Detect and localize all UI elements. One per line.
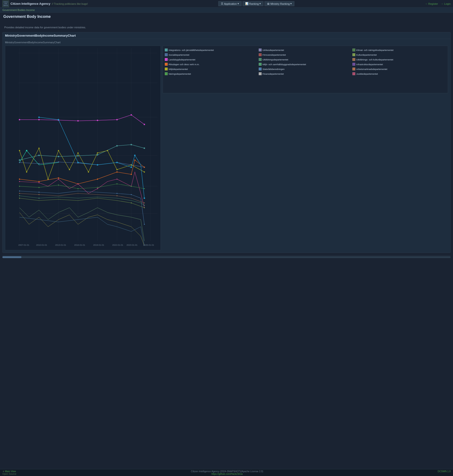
svg-point-46 [88, 171, 89, 173]
svg-point-51 [144, 171, 145, 173]
svg-point-95 [38, 117, 40, 118]
main-view-link[interactable]: Main View [5, 470, 16, 473]
svg-point-98 [97, 164, 98, 166]
svg-text:2013-01-01: 2013-01-01 [55, 244, 66, 246]
svg-rect-0 [5, 46, 161, 250]
legend-label-utbildning: Utbildningsdepartementet [262, 58, 288, 61]
legend-label-miljo-samhalle: Miljö- och samhällsbyggnadsdepartementet [262, 63, 306, 66]
svg-text:2019-01-01: 2019-01-01 [93, 244, 104, 246]
register-link[interactable]: → Register [425, 2, 438, 5]
svg-point-73 [97, 187, 98, 188]
svg-text:2007-01-01: 2007-01-01 [18, 244, 29, 246]
ranking-chevron-icon: ▾ [259, 2, 261, 5]
svg-point-21 [131, 114, 132, 116]
header-nav: ☰ Application ▾ 📊 Ranking ▾ 🏛 Ministry R… [218, 1, 295, 6]
svg-point-28 [116, 145, 118, 147]
footer-center-text: Citizen Intelligence Agency (2024-SNAPSH… [191, 470, 263, 473]
application-label: Application [224, 2, 237, 5]
page-title: Government Body Income [3, 14, 450, 19]
legend-item-miljo: Miljödepartementet [165, 67, 258, 71]
svg-point-18 [77, 120, 79, 121]
header: CitizenIntelAgency Citizen Intelligence … [0, 0, 453, 8]
svg-point-23 [19, 159, 20, 161]
svg-point-99 [116, 162, 118, 163]
svg-point-47 [97, 152, 98, 154]
svg-point-57 [117, 171, 118, 173]
svg-point-43 [58, 150, 59, 151]
svg-point-52 [19, 179, 20, 180]
footer-left: ✦ Main View Open Source [2, 470, 16, 475]
legend-item-klimat: Klimat- och näringslivsdepartementet [352, 48, 446, 52]
legend-color-naring [165, 72, 168, 75]
legend-item-naring: Näringsdepartementet [165, 71, 258, 76]
chart-plot-area[interactable]: 10000000.00 5000000.00 1000000.00 100000… [5, 46, 161, 250]
svg-point-102 [144, 198, 145, 199]
svg-text:2023-01-01: 2023-01-01 [127, 244, 137, 246]
ministry-ranking-chevron-icon: ▾ [290, 2, 292, 5]
svg-point-48 [107, 150, 108, 151]
svg-point-100 [131, 167, 132, 168]
svg-point-90 [131, 202, 132, 203]
footer-right-text: DCSWN 1.0 [438, 470, 451, 473]
application-menu-button[interactable]: ☰ Application ▾ [218, 1, 242, 6]
svg-point-53 [39, 181, 40, 182]
svg-text:2022-01-01: 2022-01-01 [112, 244, 123, 246]
legend-color-riksdagen [165, 63, 168, 66]
legend-color-arbetsmarknad [352, 68, 355, 71]
breadcrumb-text: Government Bodies Income [2, 8, 35, 11]
legend-item-utbildning-kultur: Utbildnings- och kulturdepartementet [352, 57, 446, 62]
legend-color-infrastruktur [352, 63, 355, 66]
login-label: Login [444, 2, 451, 5]
legend-label-kultur: Kulturdepartementet [356, 54, 377, 56]
legend-label-integrations: Integrations- och jämställdhetsdeparteme… [169, 49, 214, 51]
svg-point-45 [78, 152, 79, 154]
svg-text:2016-01-01: 2016-01-01 [74, 244, 85, 246]
legend-label-utrikes: Utrikesdepartementet [262, 49, 284, 51]
scrollbar-thumb[interactable] [2, 256, 21, 258]
legend-item-statsrad: Statsrådsberedningen [259, 67, 352, 71]
svg-point-24 [38, 155, 40, 156]
scrollbar-area[interactable] [2, 255, 451, 259]
legend-color-miljo [165, 68, 168, 71]
svg-point-94 [26, 150, 27, 151]
chart-section-title: MinistryGovernmentBodyIncomeSummaryChart [3, 32, 450, 39]
svg-point-25 [58, 156, 59, 157]
ranking-menu-button[interactable]: 📊 Ranking ▾ [242, 1, 263, 6]
ministry-ranking-menu-button[interactable]: 🏛 Ministry Ranking ▾ [264, 1, 294, 6]
legend-label-arbetsmarknad: Arbetsmarknadsdepartementet [356, 68, 387, 71]
scrollbar-track[interactable] [2, 256, 451, 258]
svg-point-15 [19, 119, 20, 120]
breadcrumb: Government Bodies Income [0, 8, 453, 13]
login-link[interactable]: → Login [441, 2, 451, 5]
ranking-icon: 📊 [245, 2, 248, 5]
legend-item-riksdagen: Riksdagen och dess verk m.m. [165, 62, 258, 66]
legend-color-justitie [352, 72, 355, 75]
svg-point-40 [26, 171, 27, 173]
chart-legend: Integrations- och jämställdhetsdeparteme… [163, 46, 448, 93]
legend-color-social [165, 53, 168, 56]
svg-point-87 [39, 198, 39, 199]
footer-bar: ✦ Main View Open Source Citizen Intellig… [0, 469, 453, 476]
svg-point-79 [117, 193, 117, 194]
svg-point-59 [134, 160, 135, 161]
svg-point-80 [131, 194, 132, 195]
legend-label-social: Socialdepartementet [169, 54, 189, 56]
header-right: → Register → Login [425, 2, 451, 5]
legend-color-kultur [352, 53, 355, 56]
svg-point-70 [39, 187, 39, 188]
ranking-label: Ranking [249, 2, 259, 5]
svg-point-96 [58, 119, 59, 120]
legend-label-justitie: Justitiedepartementet [356, 72, 378, 75]
legend-color-integrations [165, 49, 168, 51]
svg-point-16 [38, 119, 40, 120]
open-source-label: Open Source [2, 473, 16, 475]
svg-point-49 [117, 169, 118, 170]
legend-item-kultur: Kulturdepartementet [352, 53, 446, 57]
register-label: Register [428, 2, 438, 5]
svg-point-71 [58, 185, 59, 185]
ministry-ranking-label: Ministry Ranking [270, 2, 290, 5]
svg-point-85 [144, 202, 145, 203]
github-link[interactable]: https://github.com/Hack23/cia [211, 473, 242, 475]
svg-point-69 [19, 186, 20, 187]
legend-item-social: Socialdepartementet [165, 53, 258, 57]
